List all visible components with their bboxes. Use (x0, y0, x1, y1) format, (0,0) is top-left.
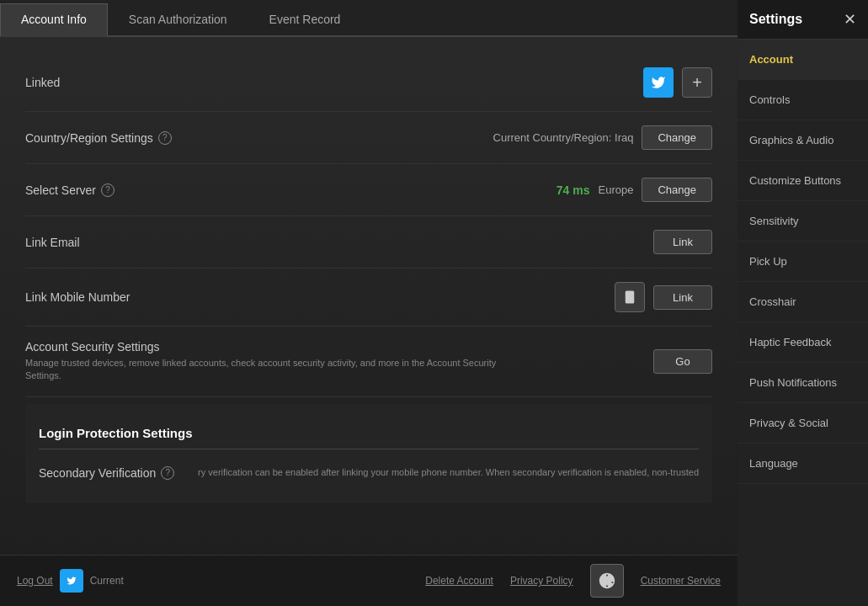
secondary-verification-row: Secondary Verification ? ry verification… (39, 453, 699, 493)
sidebar-item-language[interactable]: Language (738, 444, 868, 484)
country-region-label: Country/Region Settings ? (25, 131, 172, 145)
server-row: Select Server ? 74 ms Europe Change (25, 164, 712, 216)
country-region-row: Country/Region Settings ? Current Countr… (25, 112, 712, 164)
sidebar-item-sensitivity[interactable]: Sensitivity (738, 201, 868, 242)
link-email-button[interactable]: Link (653, 230, 712, 254)
secondary-verification-info-icon[interactable]: ? (161, 466, 174, 480)
tab-bar: Account Info Scan Authorization Event Re… (0, 0, 738, 37)
settings-content: Linked + Country/Region Settings ? Curre… (0, 37, 738, 555)
ping-value: 74 ms (556, 183, 590, 197)
linked-label: Linked (25, 76, 60, 89)
sidebar-header: Settings ✕ (738, 0, 868, 40)
country-change-button[interactable]: Change (642, 125, 712, 150)
bottom-left: Log Out Current (17, 569, 124, 593)
svg-rect-0 (626, 291, 635, 304)
link-mobile-label: Link Mobile Number (25, 290, 130, 304)
account-security-right: Go (653, 349, 712, 374)
main-panel: Account Info Scan Authorization Event Re… (0, 0, 738, 606)
server-label: Select Server ? (25, 183, 114, 197)
link-email-label: Link Email (25, 236, 80, 249)
account-security-go-button[interactable]: Go (653, 349, 712, 374)
login-protection-section: Login Protection Settings Secondary Veri… (25, 404, 712, 503)
server-change-button[interactable]: Change (642, 178, 712, 202)
account-security-desc: Manage trusted devices, remove linked ac… (25, 357, 530, 383)
current-label: Current (90, 575, 124, 587)
sidebar-item-haptic-feedback[interactable]: Haptic Feedback (738, 322, 868, 363)
current-country-value: Current Country/Region: Iraq (493, 131, 634, 144)
add-link-button[interactable]: + (682, 67, 712, 98)
server-right: 74 ms Europe Change (556, 178, 712, 202)
sidebar-item-pick-up[interactable]: Pick Up (738, 242, 868, 282)
account-security-row: Account Security Settings Manage trusted… (25, 327, 712, 397)
account-security-label-group: Account Security Settings Manage trusted… (25, 340, 530, 383)
secondary-verification-label: Secondary Verification ? (39, 466, 174, 480)
linked-row: Linked + (25, 54, 712, 112)
link-mobile-button[interactable]: Link (653, 285, 712, 310)
linked-right: + (643, 67, 712, 98)
sidebar-title: Settings (749, 12, 802, 27)
log-out-label[interactable]: Log Out (17, 575, 53, 587)
bottom-bar: Log Out Current Delete Account Privacy P… (0, 555, 738, 606)
customer-service-icon[interactable] (590, 564, 624, 598)
close-button[interactable]: ✕ (844, 10, 856, 29)
tab-scan-authorization[interactable]: Scan Authorization (108, 3, 248, 35)
country-region-right: Current Country/Region: Iraq Change (493, 125, 712, 150)
sidebar-item-privacy-social[interactable]: Privacy & Social (738, 403, 868, 444)
link-mobile-row: Link Mobile Number Link (25, 268, 712, 327)
bottom-right: Delete Account Privacy Policy Customer S… (425, 564, 721, 598)
link-mobile-right: Link (615, 282, 712, 312)
sidebar-item-account[interactable]: Account (738, 40, 868, 80)
link-email-right: Link (653, 230, 712, 254)
country-region-info-icon[interactable]: ? (158, 131, 172, 145)
tab-account-info[interactable]: Account Info (0, 3, 108, 37)
sidebar: Settings ✕ Account Controls Graphics & A… (738, 0, 868, 606)
server-info-icon[interactable]: ? (101, 183, 114, 197)
delete-account-link[interactable]: Delete Account (425, 575, 493, 587)
twitter-link-button[interactable] (643, 67, 674, 98)
verification-text: ry verification can be enabled after lin… (198, 466, 699, 479)
account-security-label: Account Security Settings (25, 340, 530, 354)
sidebar-item-customize-buttons[interactable]: Customize Buttons (738, 161, 868, 201)
twitter-bottom-icon[interactable] (60, 569, 83, 593)
sidebar-item-graphics-audio[interactable]: Graphics & Audio (738, 120, 868, 161)
sidebar-item-push-notifications[interactable]: Push Notifications (738, 363, 868, 403)
sidebar-item-controls[interactable]: Controls (738, 80, 868, 120)
server-region: Europe (599, 183, 634, 196)
privacy-policy-link[interactable]: Privacy Policy (510, 575, 573, 587)
sidebar-item-crosshair[interactable]: Crosshair (738, 282, 868, 322)
tab-event-record[interactable]: Event Record (248, 3, 362, 35)
customer-service-label[interactable]: Customer Service (641, 575, 721, 587)
login-protection-header: Login Protection Settings (39, 414, 699, 449)
mobile-icon (615, 282, 645, 312)
link-email-row: Link Email Link (25, 216, 712, 268)
